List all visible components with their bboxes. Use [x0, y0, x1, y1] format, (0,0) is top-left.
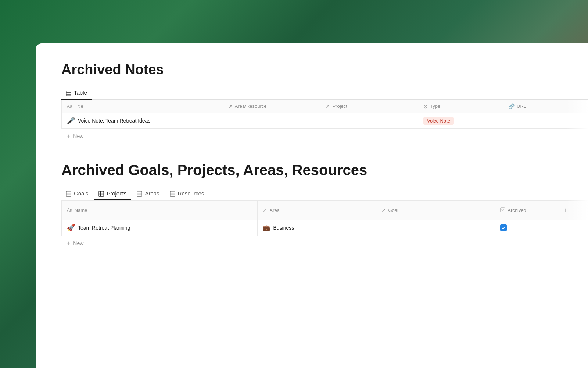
new-row-button-notes[interactable]: + New	[61, 129, 588, 144]
tab-areas-label: Areas	[145, 190, 159, 197]
col-header-area-resource: ↗ Area/Resource	[223, 100, 320, 113]
tab-projects[interactable]: Projects	[94, 187, 131, 201]
goals-table: Aa Name ↗ Area ↗	[61, 200, 588, 236]
plus-icon-notes: +	[67, 133, 70, 139]
row-area-cell: 💼 Business	[258, 220, 376, 236]
col-area-resource-label: Area/Resource	[235, 103, 267, 109]
new-row-label-notes: New	[73, 133, 83, 139]
table-icon-notes	[66, 89, 71, 96]
svg-rect-4	[66, 191, 71, 196]
goals-table-wrapper: Aa Name ↗ Area ↗	[61, 200, 588, 251]
svg-rect-0	[66, 91, 71, 95]
svg-rect-12	[137, 191, 142, 196]
tab-areas[interactable]: Areas	[132, 187, 164, 201]
tab-goals-label: Goals	[74, 190, 88, 197]
col-goal-label: Goal	[388, 208, 398, 213]
tab-projects-label: Projects	[107, 190, 126, 197]
row-type-cell: Voice Note	[418, 113, 503, 128]
table-row[interactable]: 🚀 Team Retreat Planning 💼 Business	[62, 220, 588, 236]
row-project-cell	[320, 113, 418, 128]
link-icon-url: 🔗	[508, 103, 514, 109]
tab-resources-label: Resources	[178, 190, 204, 197]
formula-icon-type: ⊙	[423, 103, 428, 109]
tab-goals[interactable]: Goals	[61, 187, 93, 201]
relation-icon-goal: ↗	[381, 207, 386, 213]
col-header-area: ↗ Area	[258, 201, 376, 220]
row-archived-cell	[495, 220, 588, 236]
archived-notes-title: Archived Notes	[61, 62, 588, 78]
col-type-label: Type	[430, 103, 440, 109]
relation-icon-area2: ↗	[263, 207, 267, 213]
row-area-text: Business	[273, 225, 294, 231]
table-row[interactable]: 🎤 Voice Note: Team Retreat Ideas Voice N…	[62, 113, 588, 128]
col-name-label: Name	[75, 208, 87, 213]
col-header-type: ⊙ Type	[418, 100, 503, 113]
microphone-icon: 🎤	[67, 117, 75, 125]
row-name-text: Team Retreat Planning	[78, 225, 130, 231]
briefcase-icon: 💼	[263, 224, 270, 231]
row-title-cell: 🎤 Voice Note: Team Retreat Ideas	[62, 113, 223, 128]
col-area-label: Area	[269, 208, 279, 213]
svg-rect-16	[170, 191, 175, 196]
col-header-project: ↗ Project	[320, 100, 418, 113]
aa-icon-name: Aa	[67, 208, 72, 213]
archived-goals-title: Archived Goals, Projects, Areas, Resourc…	[61, 162, 588, 178]
col-project-label: Project	[332, 103, 347, 109]
tab-table-notes[interactable]: Table	[61, 86, 92, 100]
rocket-icon: 🚀	[67, 224, 75, 232]
more-options-button[interactable]: ···	[572, 204, 582, 216]
aa-icon-title: Aa	[67, 104, 72, 109]
notes-table: Aa Title ↗ Area/Resource	[61, 100, 588, 129]
table-icon-resources-tab	[170, 190, 175, 197]
row-area-resource-cell	[223, 113, 320, 128]
relation-icon-project: ↗	[326, 103, 330, 109]
svg-rect-8	[99, 191, 104, 196]
archived-notes-section: Archived Notes Table	[61, 62, 588, 144]
new-row-label-goals: New	[73, 240, 83, 246]
col-header-title: Aa Title	[62, 100, 223, 113]
table-icon-goals-tab	[66, 190, 71, 197]
main-card: Archived Notes Table	[36, 43, 588, 368]
col-url-label: URL	[517, 103, 526, 109]
notes-tabs: Table	[61, 86, 588, 100]
tab-resources[interactable]: Resources	[165, 187, 209, 201]
plus-icon-goals: +	[67, 240, 70, 247]
notes-table-wrapper: Aa Title ↗ Area/Resource	[61, 100, 588, 144]
relation-icon-area: ↗	[228, 103, 233, 109]
voice-note-badge: Voice Note	[423, 117, 454, 125]
table-icon-projects-tab	[98, 190, 104, 197]
archived-checkbox[interactable]	[500, 224, 507, 231]
new-row-button-goals[interactable]: + New	[61, 236, 588, 251]
row-goal-cell	[376, 220, 495, 236]
tab-table-notes-label: Table	[74, 89, 87, 96]
archived-goals-section: Archived Goals, Projects, Areas, Resourc…	[61, 162, 588, 251]
row-url-cell	[503, 113, 588, 128]
col-header-archived: Archived + ···	[495, 201, 588, 220]
col-header-name: Aa Name	[62, 201, 258, 220]
col-archived-label: Archived	[508, 208, 526, 213]
svg-rect-20	[501, 208, 505, 212]
goals-tabs: Goals Projects	[61, 187, 588, 201]
row-title-text: Voice Note: Team Retreat Ideas	[78, 118, 150, 124]
add-column-button[interactable]: +	[561, 204, 570, 216]
col-header-goal: ↗ Goal	[376, 201, 495, 220]
row-name-cell: 🚀 Team Retreat Planning	[62, 220, 258, 236]
col-header-url: 🔗 URL	[503, 100, 588, 113]
col-title-label: Title	[75, 103, 83, 109]
checkbox-header-icon	[500, 207, 505, 213]
table-icon-areas-tab	[137, 190, 142, 197]
